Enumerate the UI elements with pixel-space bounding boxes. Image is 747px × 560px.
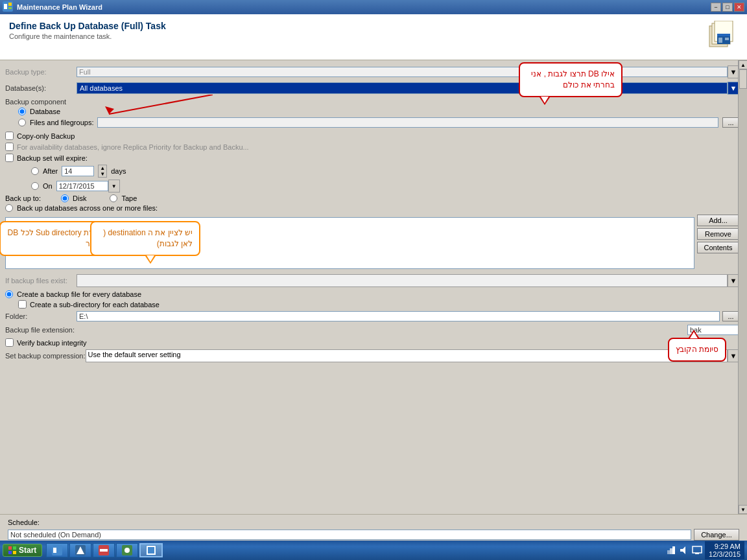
if-backup-exists-row: If backup files exist: ▼ [5,274,739,287]
if-backup-exists-label: If backup files exist: [5,277,77,285]
title-bar-buttons: − □ ✕ [711,3,744,12]
close-button[interactable]: ✕ [734,3,744,12]
start-button[interactable]: Start [3,544,42,557]
databases-value: All databases [77,82,728,94]
create-backup-radio[interactable] [5,290,13,298]
create-subdir-row: Create a sub-directory for each database [18,300,739,309]
copy-only-checkbox[interactable] [5,132,14,140]
volume-icon [679,545,689,555]
svg-rect-14 [13,546,16,550]
taskbar-item-3[interactable] [93,543,115,557]
after-unit: days [111,167,126,175]
header-icon [707,21,738,53]
backup-type-row: Backup type: ▼ [5,65,739,78]
taskbar-icon-4 [122,545,132,555]
change-button[interactable]: Change... [694,529,739,541]
folder-browse-btn[interactable]: ... [722,311,739,321]
scroll-track [739,69,747,505]
backup-expire-checkbox[interactable] [5,154,14,162]
verify-integrity-row: Verify backup integrity [5,338,739,347]
backup-to-row: Back up to: Disk Tape [5,194,739,202]
on-date-dropdown[interactable]: ▼ [108,180,120,192]
after-label: After [43,167,58,175]
svg-rect-27 [667,550,670,554]
verify-integrity-checkbox[interactable] [5,338,14,347]
on-row: On ▼ [31,180,739,192]
files-browse-btn[interactable]: ... [722,117,739,128]
database-radio-label: Database [30,108,60,115]
on-radio[interactable] [31,182,39,190]
schedule-input [8,530,691,540]
red-arrow-svg [96,95,213,121]
svg-rect-10 [725,38,729,40]
across-files-radio[interactable] [5,204,13,212]
create-backup-label: Create a backup file for every database [17,290,141,298]
taskbar-icon-1 [52,545,62,555]
backup-to-label: Back up to: [5,194,57,202]
scroll-up-btn[interactable]: ▲ [739,60,747,69]
taskbar-item-4[interactable] [116,543,138,557]
taskbar-item-2[interactable] [69,543,91,557]
header-area: Define Back Up Database (Full) Task Conf… [0,14,747,60]
backup-ext-row: Backup file extension: סיומת הקובץ [5,325,739,335]
minimize-button[interactable]: − [711,3,721,12]
after-value-input[interactable] [62,166,94,176]
folder-input[interactable] [77,311,720,321]
contents-button[interactable]: Contents [697,242,739,253]
clock-display: 9:29 AM 12/3/2015 [705,541,744,559]
svg-rect-13 [8,546,12,550]
availability-checkbox[interactable] [5,143,14,151]
create-subdir-checkbox[interactable] [18,300,27,309]
svg-rect-22 [100,549,108,552]
if-backup-exists-value [77,274,728,287]
svg-rect-31 [693,546,702,553]
svg-rect-3 [8,7,12,9]
files-radio[interactable] [18,119,26,126]
start-icon [8,546,16,554]
scroll-thumb[interactable] [739,69,747,89]
folder-row: Folder: ... [5,311,739,321]
backup-expire-label: Backup set will expire: [17,154,88,162]
svg-rect-18 [53,548,56,553]
database-radio[interactable] [18,108,26,115]
svg-point-24 [124,548,130,553]
databases-label: Database(s): [5,84,77,92]
svg-rect-15 [8,551,12,554]
after-decrement[interactable]: ▼ [99,171,106,177]
backup-type-input [77,67,728,77]
on-date-input[interactable] [56,181,108,191]
backup-expire-row: Backup set will expire: [5,154,739,162]
backup-across-row: Back up databases across one or more fil… [5,204,739,212]
scrollable-content: Backup type: ▼ Database(s): All database… [0,60,747,514]
create-backup-file-row: Create a backup file for every database [5,290,739,298]
taskbar-icon-5 [146,545,156,555]
taskbar: Start 9:29 AM 12/3/2015 [0,541,747,560]
files-radio-label: Files and filegroups: [30,119,93,126]
add-button[interactable]: Add... [697,215,739,226]
clock-date: 12/3/2015 [709,550,741,558]
after-increment[interactable]: ▲ [99,165,106,171]
clock-time: 9:29 AM [709,542,741,550]
across-files-label: Back up databases across one or more fil… [17,204,158,212]
copy-only-row: Copy-only Backup [5,132,739,140]
main-scrollbar[interactable]: ▲ ▼ [738,60,747,514]
remove-button[interactable]: Remove [697,228,739,240]
taskbar-items [46,543,163,557]
after-radio[interactable] [31,167,39,175]
databases-row: Database(s): All databases ▼ אילו DB תרצ… [5,82,739,95]
compression-row: Set backup compression: Use the default … [5,349,739,362]
disk-radio[interactable] [61,194,69,202]
svg-rect-1 [4,4,7,9]
schedule-label-row: Schedule: [8,519,739,526]
availability-label: For availability databases, ignore Repli… [17,143,249,151]
taskbar-item-1[interactable] [46,543,68,557]
on-label: On [43,182,53,190]
title-bar-text: Maintenance Plan Wizard [17,3,711,11]
backup-type-label: Backup type: [5,68,77,76]
scroll-down-btn[interactable]: ▼ [739,505,747,514]
tape-radio[interactable] [110,194,117,202]
taskbar-item-5[interactable] [139,543,163,557]
folder-label: Folder: [5,312,77,320]
callout-databases: אילו DB תרצו לגבות , אני בחרתי את כולם [519,62,622,97]
maximize-button[interactable]: □ [722,3,733,12]
